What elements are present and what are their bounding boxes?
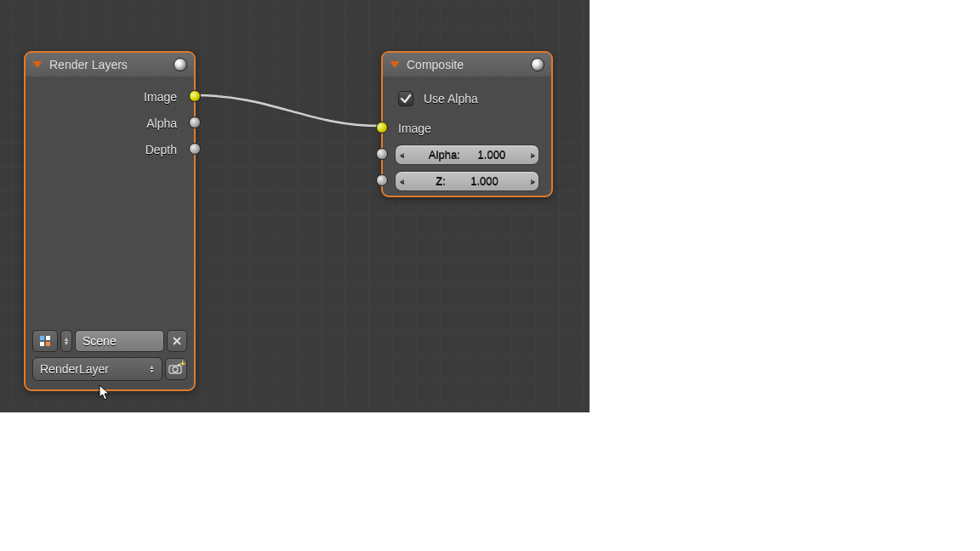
decrement-icon[interactable]: ◂ <box>397 176 406 185</box>
render-button[interactable]: + <box>165 358 187 380</box>
node-header[interactable]: Composite <box>383 53 551 77</box>
use-alpha-row: Use Alpha <box>395 85 539 111</box>
svg-rect-0 <box>40 336 44 340</box>
renderlayer-select-row: RenderLayer ▲▼ + <box>26 355 194 384</box>
preview-sphere-icon[interactable] <box>174 58 187 71</box>
z-number-field[interactable]: ◂ Z: 1.000 ▸ <box>395 171 539 191</box>
input-socket-image[interactable] <box>376 122 388 133</box>
input-socket-z[interactable] <box>376 174 388 186</box>
renderlayer-dropdown[interactable]: RenderLayer ▲▼ <box>32 357 162 381</box>
plus-overlay-icon: + <box>180 358 185 368</box>
preview-sphere-icon[interactable] <box>531 58 544 71</box>
scene-name-field[interactable]: Scene <box>75 330 164 352</box>
output-row-alpha: Alpha <box>37 110 182 136</box>
collapse-icon[interactable] <box>32 61 43 68</box>
renderlayer-label: RenderLayer <box>40 362 109 376</box>
node-composite[interactable]: Composite Use Alpha Image ◂ Alpha: 1.000 <box>381 51 553 197</box>
alpha-field-label: Alpha: <box>424 148 460 161</box>
use-alpha-checkbox[interactable] <box>398 91 413 106</box>
alpha-field-value: 1.000 <box>478 148 511 161</box>
collapse-icon[interactable] <box>390 61 400 68</box>
alpha-number-field[interactable]: ◂ Alpha: 1.000 ▸ <box>395 145 539 165</box>
input-row-alpha: ◂ Alpha: 1.000 ▸ <box>395 141 539 168</box>
scene-name-text: Scene <box>83 334 117 348</box>
node-title: Render Layers <box>49 58 128 71</box>
output-socket-depth[interactable] <box>189 143 201 155</box>
use-alpha-label: Use Alpha <box>424 92 478 105</box>
output-row-depth: Depth <box>37 136 182 162</box>
z-field-value: 1.000 <box>470 174 504 187</box>
scene-select-row: ▲▼ Scene <box>26 327 194 355</box>
svg-rect-3 <box>46 342 50 346</box>
node-header[interactable]: Render Layers <box>26 53 194 77</box>
input-socket-alpha[interactable] <box>376 148 388 160</box>
node-editor-canvas[interactable]: Render Layers Image Alpha Depth <box>0 0 590 412</box>
input-label-image: Image <box>395 122 431 135</box>
svg-rect-2 <box>40 342 44 346</box>
input-row-image: Image <box>395 115 539 141</box>
scene-clear-button[interactable] <box>167 330 187 352</box>
node-title: Composite <box>407 58 464 71</box>
output-socket-image[interactable] <box>189 90 201 102</box>
increment-icon[interactable]: ▸ <box>528 150 537 159</box>
z-field-label: Z: <box>430 174 446 187</box>
output-label: Image <box>144 90 177 104</box>
decrement-icon[interactable]: ◂ <box>397 150 406 159</box>
svg-rect-1 <box>46 336 50 340</box>
increment-icon[interactable]: ▸ <box>528 176 537 185</box>
output-label: Depth <box>145 143 177 156</box>
scene-browse-button[interactable] <box>32 330 58 352</box>
node-render-layers[interactable]: Render Layers Image Alpha Depth <box>24 51 196 391</box>
output-socket-alpha[interactable] <box>189 116 201 128</box>
output-label: Alpha <box>146 116 177 130</box>
output-row-image: Image <box>37 83 182 110</box>
chevron-updown-icon: ▲▼ <box>149 366 155 373</box>
scene-updown-button[interactable]: ▲▼ <box>60 330 72 352</box>
input-row-z: ◂ Z: 1.000 ▸ <box>395 168 539 194</box>
svg-point-5 <box>173 367 178 372</box>
mouse-cursor-icon <box>99 384 111 401</box>
